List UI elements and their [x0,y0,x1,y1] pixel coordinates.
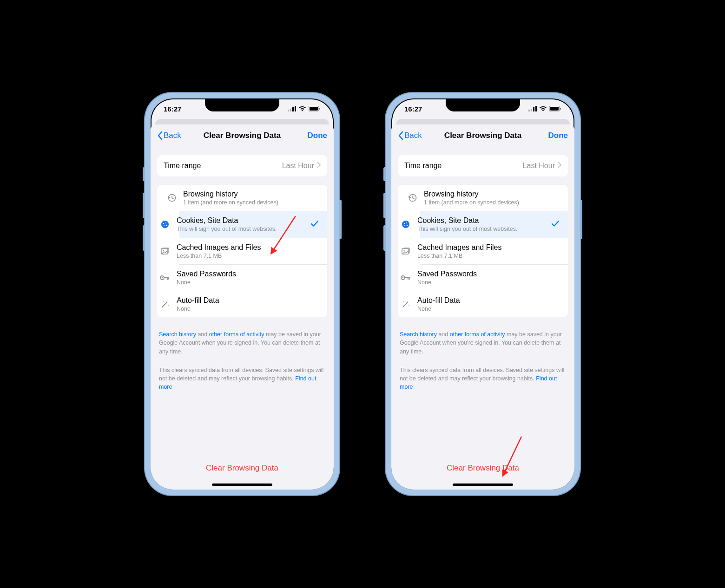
nav-bar: Back Clear Browsing Data Done [391,124,574,147]
image-icon [398,247,414,256]
key-icon [398,274,414,281]
cache-title: Cached Images and Files [417,243,561,252]
svg-point-36 [402,277,404,279]
wifi-icon [298,106,306,111]
svg-point-31 [404,225,405,226]
time-range-label: Time range [404,161,523,170]
autofill-title: Auto-fill Data [417,296,561,305]
cookies-title: Cookies, Site Data [177,216,310,225]
svg-rect-23 [535,106,537,111]
cache-sub: Less than 7.1 MB [177,252,321,260]
history-sub: 1 item (and more on synced devices) [424,199,561,206]
svg-point-34 [403,249,404,250]
passwords-title: Saved Passwords [177,269,321,279]
data-types-group: Browsing history1 item (and more on sync… [157,185,327,317]
checkmark-icon [310,220,319,229]
time-range-group: Time range Last Hour [398,155,568,176]
svg-point-9 [163,223,165,224]
row-browsing-history[interactable]: Browsing history1 item (and more on sync… [157,185,327,211]
iphone-frame-left: 16:27 Back Clear Browsing Data Done [145,93,339,495]
svg-point-38 [409,305,409,306]
image-icon [157,247,173,256]
screen: 16:27 Back Clear Browsing Data Done [391,98,574,490]
chevron-right-icon [558,162,561,170]
wand-icon [157,300,173,309]
row-cache[interactable]: Cached Images and FilesLess than 7.1 MB [420,238,568,264]
passwords-title: Saved Passwords [417,269,561,279]
svg-rect-22 [533,107,534,111]
cookies-sub: This will sign you out of most websites. [177,225,310,233]
autofill-sub: None [177,305,321,313]
svg-rect-1 [290,109,291,111]
svg-point-37 [403,301,404,302]
row-cookies[interactable]: Cookies, Site DataThis will sign you out… [179,211,327,237]
svg-rect-20 [528,110,530,111]
back-label: Back [164,131,181,140]
svg-rect-3 [295,106,296,111]
history-icon [164,193,179,203]
iphone-frame-right: 16:27 Back Clear Browsing Data Done [386,93,580,495]
notch [446,98,520,111]
svg-point-12 [166,225,167,226]
row-autofill[interactable]: Auto-fill DataNone [420,291,568,317]
cache-title: Cached Images and Files [177,243,321,252]
modal-sheet: Back Clear Browsing Data Done Time range… [151,124,334,490]
nav-bar: Back Clear Browsing Data Done [151,124,334,147]
cache-sub: Less than 7.1 MB [417,252,561,260]
row-passwords[interactable]: Saved PasswordsNone [420,264,568,291]
wifi-icon [539,106,547,111]
back-button[interactable]: Back [157,131,181,140]
back-button[interactable]: Back [398,131,422,140]
footnote-2: This clears synced data from all devices… [398,366,568,391]
chevron-right-icon [317,162,321,170]
passwords-sub: None [417,279,561,286]
row-browsing-history[interactable]: Browsing history1 item (and more on sync… [398,185,568,211]
chevron-left-icon [398,131,403,140]
home-indicator[interactable] [453,483,513,486]
screen: 16:27 Back Clear Browsing Data Done [151,98,334,490]
cookie-icon [398,220,414,229]
time-range-value: Last Hour [282,162,314,170]
time-range-row[interactable]: Time range Last Hour [398,155,568,176]
footnote-2: This clears synced data from all devices… [157,366,327,391]
done-button[interactable]: Done [548,131,568,140]
clear-browsing-data-button[interactable]: Clear Browsing Data [391,464,574,473]
search-history-link[interactable]: Search history [400,331,437,338]
wand-icon [398,300,414,309]
chevron-left-icon [157,131,163,140]
row-passwords[interactable]: Saved PasswordsNone [179,264,327,291]
cookie-icon [157,220,173,229]
svg-rect-2 [292,107,294,111]
svg-rect-25 [550,107,559,111]
cookies-title: Cookies, Site Data [417,216,551,225]
time-range-label: Time range [164,161,282,170]
svg-point-16 [162,277,163,279]
svg-point-28 [402,221,409,228]
svg-rect-26 [560,108,561,110]
history-title: Browsing history [424,189,561,199]
footnote-1: Search history and other forms of activi… [157,330,327,355]
history-icon [404,193,420,203]
row-cookies[interactable]: Cookies, Site DataThis will sign you out… [420,211,568,237]
other-activity-link[interactable]: other forms of activity [450,331,505,338]
autofill-title: Auto-fill Data [177,296,321,305]
battery-icon [309,106,321,111]
svg-point-8 [161,221,169,228]
svg-rect-21 [531,109,532,111]
row-autofill[interactable]: Auto-fill DataNone [179,291,327,317]
other-activity-link[interactable]: other forms of activity [209,331,264,338]
done-button[interactable]: Done [308,131,328,140]
svg-point-11 [164,225,165,226]
row-cache[interactable]: Cached Images and FilesLess than 7.1 MB [179,238,327,264]
svg-point-29 [404,223,405,224]
time-range-row[interactable]: Time range Last Hour [157,155,327,176]
svg-point-32 [407,225,408,226]
clear-browsing-data-button[interactable]: Clear Browsing Data [151,464,334,473]
footnote-1: Search history and other forms of activi… [398,330,568,355]
history-sub: 1 item (and more on synced devices) [183,199,321,206]
cellular-signal-icon [288,106,296,111]
cookies-sub: This will sign you out of most websites. [417,225,551,233]
search-history-link[interactable]: Search history [159,331,196,338]
home-indicator[interactable] [212,483,272,486]
svg-rect-0 [288,110,289,111]
